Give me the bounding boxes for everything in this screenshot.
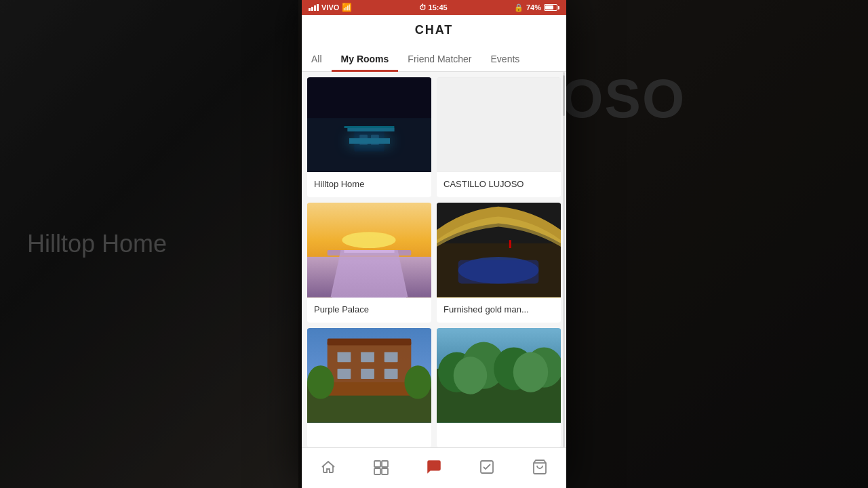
svg-rect-19 [509, 240, 511, 248]
svg-rect-29 [384, 369, 398, 379]
room-card-trees[interactable] [437, 328, 561, 447]
background-left: Hilltop Home [0, 0, 298, 488]
room-thumb-purple [307, 203, 431, 298]
carrier-label: VIVO [321, 3, 339, 12]
status-right: 🔒 74% [514, 3, 559, 12]
svg-marker-13 [331, 250, 408, 297]
signal-bars [309, 4, 319, 11]
signal-bar-2 [311, 7, 313, 11]
lock-icon: 🔒 [514, 3, 524, 12]
shop-icon [532, 459, 548, 478]
signal-bar-1 [309, 8, 311, 11]
room-thumb-hilltop [307, 77, 431, 172]
room-thumb-building [307, 328, 431, 423]
rooms-icon [373, 459, 389, 478]
room-card-hilltop[interactable]: Hilltop Home [307, 77, 431, 197]
tab-friend-matcher[interactable]: Friend Matcher [398, 47, 481, 71]
room-card-gold[interactable]: Furnished gold man... [437, 203, 561, 323]
battery-pct: 74% [526, 3, 541, 12]
svg-rect-6 [371, 135, 379, 145]
room-name-hilltop: Hilltop Home [307, 172, 431, 197]
room-name-purple: Purple Palace [307, 298, 431, 323]
chat-icon [425, 458, 443, 479]
scrollbar-track [563, 72, 565, 447]
svg-rect-41 [382, 461, 388, 467]
svg-rect-24 [338, 352, 351, 362]
svg-rect-3 [344, 126, 394, 128]
room-name-trees [437, 423, 561, 447]
tabs-bar: All My Rooms Friend Matcher Events [302, 47, 566, 72]
svg-rect-28 [361, 369, 374, 379]
tab-events[interactable]: Events [481, 47, 530, 71]
home-icon [320, 459, 336, 478]
svg-rect-22 [328, 342, 412, 396]
battery-icon [544, 4, 559, 11]
nav-chat[interactable] [408, 448, 460, 488]
status-center: ⏱ 15:45 [419, 3, 448, 12]
room-thumb-castillo [437, 77, 561, 172]
tab-my-rooms[interactable]: My Rooms [332, 47, 399, 71]
clock-icon: ⏱ [419, 3, 427, 12]
rooms-content[interactable]: Hilltop Home CASTILLO LUJOSO [302, 72, 566, 447]
svg-rect-5 [359, 135, 368, 145]
svg-rect-4 [354, 131, 384, 152]
bottom-nav [302, 447, 566, 488]
status-left: VIVO 📶 [309, 3, 352, 12]
app-header: CHAT [302, 15, 566, 47]
svg-point-30 [307, 365, 334, 399]
svg-point-39 [513, 352, 548, 392]
nav-shop[interactable] [513, 448, 566, 488]
nav-rooms[interactable] [355, 448, 408, 488]
tasks-icon [479, 459, 495, 478]
tab-all[interactable]: All [302, 47, 332, 71]
svg-rect-40 [374, 461, 380, 467]
svg-rect-26 [384, 352, 398, 362]
room-card-purple[interactable]: Purple Palace [307, 203, 431, 323]
signal-bar-3 [314, 5, 316, 11]
phone-modal: VIVO 📶 ⏱ 15:45 🔒 74% CHAT All My Rooms F… [302, 0, 566, 488]
rooms-grid: Hilltop Home CASTILLO LUJOSO [307, 77, 561, 447]
signal-bar-4 [317, 4, 319, 11]
svg-rect-8 [437, 78, 561, 171]
room-thumb-trees [437, 328, 561, 423]
room-card-building[interactable] [307, 328, 431, 447]
svg-rect-27 [338, 369, 351, 379]
page-title: CHAT [313, 23, 555, 37]
time-label: 15:45 [429, 3, 448, 12]
status-bar: VIVO 📶 ⏱ 15:45 🔒 74% [302, 0, 566, 15]
svg-rect-23 [328, 339, 412, 346]
svg-rect-43 [382, 468, 388, 474]
svg-rect-18 [458, 260, 539, 284]
svg-point-31 [404, 365, 431, 399]
room-thumb-gold [437, 203, 561, 298]
room-name-castillo: CASTILLO LUJOSO [437, 172, 561, 197]
room-name-building [307, 423, 431, 447]
nav-tasks[interactable] [460, 448, 513, 488]
bg-left-text: Hilltop Home [27, 230, 271, 258]
svg-rect-11 [307, 257, 431, 297]
room-card-castillo[interactable]: CASTILLO LUJOSO [437, 77, 561, 197]
wifi-icon: 📶 [342, 3, 352, 12]
svg-rect-42 [374, 468, 380, 474]
scrollbar-thumb[interactable] [563, 75, 565, 116]
svg-rect-14 [344, 250, 394, 253]
nav-home[interactable] [302, 448, 355, 488]
svg-point-38 [454, 357, 487, 394]
svg-rect-25 [361, 352, 374, 362]
room-name-gold: Furnished gold man... [437, 298, 561, 323]
svg-point-10 [342, 232, 395, 248]
svg-rect-2 [347, 128, 394, 131]
